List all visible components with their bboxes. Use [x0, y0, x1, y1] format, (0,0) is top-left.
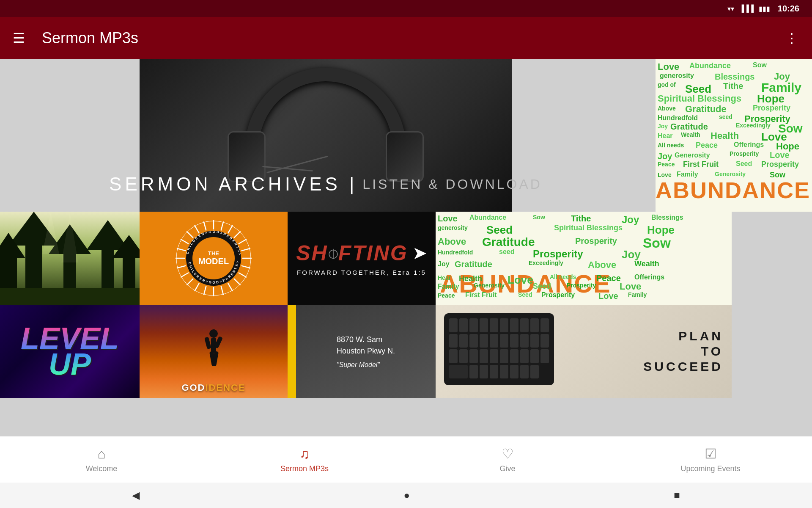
welcome-icon: ⌂	[97, 446, 105, 462]
nav-give-label: Give	[499, 464, 515, 473]
model-label: MODEL	[198, 257, 229, 266]
wc2-abundance-sm: Abundance	[469, 214, 506, 221]
wc2-prosperity4: Prosperity	[541, 291, 575, 299]
hero-subtitle: LISTEN & DOWNLOAD	[362, 177, 542, 192]
wc2-peace: Peace	[596, 273, 621, 283]
more-options-icon[interactable]: ⋮	[785, 30, 799, 46]
wc-exceedingly: Exceedingly	[736, 122, 771, 129]
thumb-supermodel[interactable]: 8870 W. Sam Houston Pkwy N. "Super Model…	[288, 305, 436, 398]
thumb-shifting[interactable]: SH ⌽ FTING ➤ FORWARD TOGETHER, Ezra 1:5	[288, 212, 436, 305]
wc-hundredfold: Hundredfold	[658, 114, 698, 122]
signal-icon: ▐▐▐	[739, 5, 754, 12]
bottom-nav: ⌂ Welcome ♫ Sermon MP3s ♡ Give ☑ Upcomin…	[0, 436, 812, 483]
status-time: 10:26	[778, 4, 799, 14]
hero-separator: |	[349, 174, 354, 195]
nav-upcoming-events[interactable]: ☑ Upcoming Events	[609, 446, 812, 473]
wc-sow-sm: Sow	[753, 61, 767, 69]
wc2-gratitude: Gratitude	[482, 235, 535, 249]
home-button[interactable]: ●	[403, 489, 410, 501]
svg-line-14	[241, 248, 250, 251]
wc2-joy-sm: Joy	[622, 214, 639, 226]
wc-god: god of	[658, 81, 676, 88]
battery-icon: ▮▮▮	[759, 5, 770, 13]
sermon-mp3s-icon: ♫	[299, 446, 310, 462]
wc-generosity2: Generosity	[675, 152, 710, 159]
model-the-label: THE	[208, 250, 219, 257]
svg-line-28	[177, 248, 186, 251]
levelup-line2: UP	[21, 351, 119, 377]
hamburger-menu-icon[interactable]: ☰	[13, 30, 25, 46]
recent-apps-button[interactable]: ■	[674, 489, 680, 501]
godidence-figure-svg	[201, 329, 226, 371]
keyboard-visual	[444, 313, 554, 385]
wc-abundance-sm: Abundance	[689, 61, 731, 70]
nav-welcome-label: Welcome	[86, 464, 118, 473]
hero-title: SERMON ARCHIVES	[109, 174, 341, 195]
wc2-gratitude2: Gratitude	[455, 260, 492, 269]
svg-rect-39	[204, 337, 211, 349]
wc-health: Health	[710, 130, 739, 141]
wc2-prosperity3: Prosperity	[567, 282, 596, 289]
wc2-generosity2: Generosity	[474, 282, 505, 289]
sm-address-line2: Houston Pkwy N.	[337, 345, 395, 357]
wc2-peace2: Peace	[438, 292, 455, 299]
wc2-blessings: Blessings	[651, 214, 683, 221]
wc-joy2: Joy	[658, 123, 668, 130]
wc2-above: Above	[438, 236, 466, 247]
hero-banner[interactable]: SERMON ARCHIVES | LISTEN & DOWNLOAD	[140, 59, 512, 212]
hero-text: SERMON ARCHIVES | LISTEN & DOWNLOAD	[109, 174, 542, 195]
wc2-joy3: Joy	[438, 260, 450, 268]
svg-rect-6	[0, 288, 140, 305]
wc2-sow-sm: Sow	[533, 214, 545, 221]
svg-line-25	[181, 273, 189, 277]
back-button[interactable]: ◀	[132, 489, 140, 501]
svg-line-22	[204, 286, 206, 295]
shifting-title2: FTING	[338, 241, 408, 265]
wc-blessings: Blessings	[715, 72, 754, 82]
wc2-seed: Seed	[486, 224, 513, 237]
wc-peace: Peace	[696, 141, 718, 150]
app-bar: ☰ Sermon MP3s ⋮	[0, 17, 812, 59]
thumb-abundance[interactable]: Love Abundance Sow Tithe Joy Blessings g…	[436, 212, 732, 305]
wc-abundance-large: ABUNDANCE	[656, 177, 810, 203]
svg-line-18	[234, 279, 241, 285]
svg-line-32	[204, 221, 206, 230]
nav-welcome[interactable]: ⌂ Welcome	[0, 446, 203, 473]
wc-love3: Love	[770, 150, 790, 160]
wc2-family2: Family	[628, 291, 647, 298]
wc2-love3: Love	[620, 281, 641, 292]
give-icon: ♡	[502, 446, 514, 462]
sm-subtitle-text: "Super Model"	[337, 361, 395, 369]
thumb-plan[interactable]: PLANTOSUCCEED	[436, 305, 732, 398]
svg-point-37	[209, 329, 218, 338]
thumb-godidence[interactable]: GODIDENCE	[140, 305, 288, 398]
plan-text: PLANTOSUCCEED	[643, 329, 723, 374]
status-bar: ▾▾ ▐▐▐ ▮▮▮ 10:26	[0, 0, 812, 17]
svg-line-31	[195, 225, 199, 233]
nav-give[interactable]: ♡ Give	[406, 446, 609, 473]
wc2-hear: Hear	[438, 274, 451, 281]
wc-prosperity-love: Prosperity	[761, 160, 799, 169]
wc-above: Above	[658, 105, 676, 112]
thumb-forest[interactable]	[0, 212, 140, 305]
levelup-text: LEVEL UP	[21, 326, 119, 377]
wc2-hundredfold: Hundredfold	[438, 249, 473, 256]
wc-joy3: Joy	[658, 152, 672, 161]
wc-peace2: Peace	[658, 161, 675, 168]
shifting-title: SH	[296, 241, 328, 265]
wc2-wealth: Wealth	[634, 260, 659, 268]
wc-gratitude2: Gratitude	[670, 122, 708, 132]
thumb-levelup[interactable]: LEVEL UP	[0, 305, 140, 398]
wc2-seed3: Seed	[533, 282, 551, 291]
svg-line-10	[221, 221, 224, 230]
wc2-all-needs: All needs	[550, 273, 576, 280]
wc2-hope-top: Hope	[647, 224, 675, 237]
godidence-text: GODIDENCE	[181, 380, 245, 394]
nav-sermon-mp3s[interactable]: ♫ Sermon MP3s	[203, 446, 406, 473]
wifi-icon: ▾▾	[727, 5, 734, 13]
wc2-love: Love	[438, 214, 458, 224]
wc-prosperity3: Prosperity	[730, 150, 759, 157]
wc2-family: Family	[438, 283, 459, 290]
thumb-model[interactable]: CHILDREN>GOD>PARENTS> CHILDREN>GOD>PAREN…	[140, 212, 288, 305]
svg-line-17	[239, 273, 247, 277]
